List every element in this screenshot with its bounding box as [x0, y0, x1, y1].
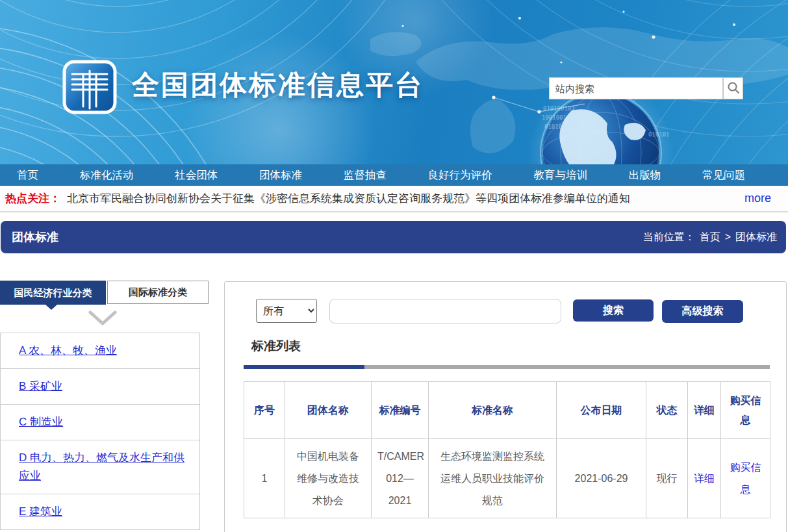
- table-header-row: 序号 团体名称 标准编号 标准名称 公布日期 状态 详细 购买信息: [244, 382, 770, 439]
- active-tab-pointer: [45, 305, 57, 310]
- standards-table: 序号 团体名称 标准编号 标准名称 公布日期 状态 详细 购买信息 1 中国机电…: [244, 381, 770, 518]
- cell-status: 现行: [646, 439, 688, 518]
- header-banner: 010100101 10010010 0101001 010101 全国团体标准…: [0, 0, 788, 164]
- table-row: 1 中国机电装备维修与改造技术协会 T/CAMER 012—2021 生态环境监…: [244, 439, 770, 518]
- svg-text:010100101: 010100101: [543, 105, 575, 112]
- main-nav: 首页 标准化活动 社会团体 团体标准 监督抽查 良好行为评价 教育与培训 出版物…: [0, 164, 788, 186]
- nav-item-publications[interactable]: 出版物: [629, 168, 661, 183]
- header-detail: 详细: [688, 382, 721, 439]
- category-b-mining[interactable]: B 采矿业: [1, 369, 199, 405]
- category-c-manufacturing[interactable]: C 制造业: [1, 405, 199, 440]
- purchase-info-link[interactable]: 购买信息: [730, 462, 761, 495]
- nav-item-education-training[interactable]: 教育与培训: [533, 168, 587, 183]
- keyword-input[interactable]: [329, 299, 561, 323]
- platform-logo: [62, 59, 118, 115]
- cell-code: T/CAMER 012—2021: [372, 439, 429, 518]
- site-search-input[interactable]: [549, 77, 723, 99]
- breadcrumb-current: 团体标准: [735, 231, 777, 244]
- hot-topic-headline-link[interactable]: 北京市军民融合协同创新协会关于征集《涉密信息系统集成资质认定咨询服务规范》等四项…: [67, 191, 630, 206]
- nav-item-faq[interactable]: 常见问题: [702, 168, 745, 183]
- header-code: 标准编号: [372, 382, 429, 439]
- nav-item-social-organizations[interactable]: 社会团体: [175, 168, 218, 183]
- svg-text:010101: 010101: [648, 131, 670, 138]
- chevron-down-icon: [88, 310, 117, 329]
- cell-no: 1: [244, 439, 285, 518]
- header-status: 状态: [646, 382, 688, 439]
- header-org: 团体名称: [285, 382, 372, 439]
- nav-item-good-behavior-evaluation[interactable]: 良好行为评价: [428, 168, 492, 183]
- cell-name: 生态环境监测监控系统运维人员职业技能评价规范: [429, 439, 557, 518]
- nav-item-home[interactable]: 首页: [17, 168, 38, 183]
- nav-item-standardization-activities[interactable]: 标准化活动: [80, 168, 134, 183]
- advanced-search-button[interactable]: 高级搜索: [662, 300, 743, 323]
- hot-topics-label: 热点关注：: [5, 191, 60, 206]
- page-title: 团体标准: [1, 229, 58, 245]
- svg-text:0101001: 0101001: [544, 123, 569, 130]
- hot-topics-bar: 热点关注： 北京市军民融合协同创新协会关于征集《涉密信息系统集成资质认定咨询服务…: [0, 186, 788, 212]
- hot-topics-more-link[interactable]: more: [744, 192, 771, 205]
- header-no: 序号: [244, 382, 285, 439]
- nav-item-supervision-checks[interactable]: 监督抽查: [344, 168, 387, 183]
- magnifier-icon: [727, 81, 740, 96]
- category-e-construction[interactable]: E 建筑业: [1, 494, 199, 530]
- svg-text:10010010: 10010010: [542, 114, 570, 121]
- breadcrumb-separator: >: [725, 231, 731, 243]
- breadcrumb: 当前位置： 首页 > 团体标准: [643, 231, 786, 244]
- header-name: 标准名称: [429, 382, 557, 439]
- list-title-underline-accent: [244, 365, 364, 369]
- category-a-agriculture[interactable]: A 农、林、牧、渔业: [1, 333, 199, 369]
- search-button[interactable]: 搜索: [573, 299, 654, 322]
- site-title: 全国团体标准信息平台: [132, 67, 424, 103]
- breadcrumb-home-link[interactable]: 首页: [700, 231, 720, 244]
- standards-list-title: 标准列表: [251, 338, 301, 355]
- header-purchase: 购买信息: [721, 382, 770, 439]
- header-date: 公布日期: [557, 382, 646, 439]
- tab-national-economy-classification[interactable]: 国民经济行业分类: [0, 281, 106, 305]
- category-list: A 农、林、牧、渔业 B 采矿业 C 制造业 D 电力、热力、燃气及水生产和供应…: [0, 333, 200, 530]
- section-header-bar: 团体标准 当前位置： 首页 > 团体标准: [1, 221, 786, 253]
- list-title-underline: [244, 365, 770, 369]
- filter-select[interactable]: 所有: [256, 299, 317, 323]
- tab-international-standard-classification[interactable]: 国际标准分类: [107, 281, 209, 304]
- site-search-button[interactable]: [723, 77, 743, 99]
- cell-org: 中国机电装备维修与改造技术协会: [285, 439, 372, 518]
- breadcrumb-label: 当前位置：: [643, 231, 695, 244]
- detail-link[interactable]: 详细: [694, 473, 715, 484]
- nav-item-group-standards[interactable]: 团体标准: [259, 168, 302, 183]
- cell-date: 2021-06-29: [557, 439, 646, 518]
- standards-panel: 所有 搜索 高级搜索 标准列表 序号 团体名称 标准编号 标准名称 公布日期 状…: [224, 281, 787, 532]
- category-d-utilities[interactable]: D 电力、热力、燃气及水生产和供应业: [1, 440, 199, 494]
